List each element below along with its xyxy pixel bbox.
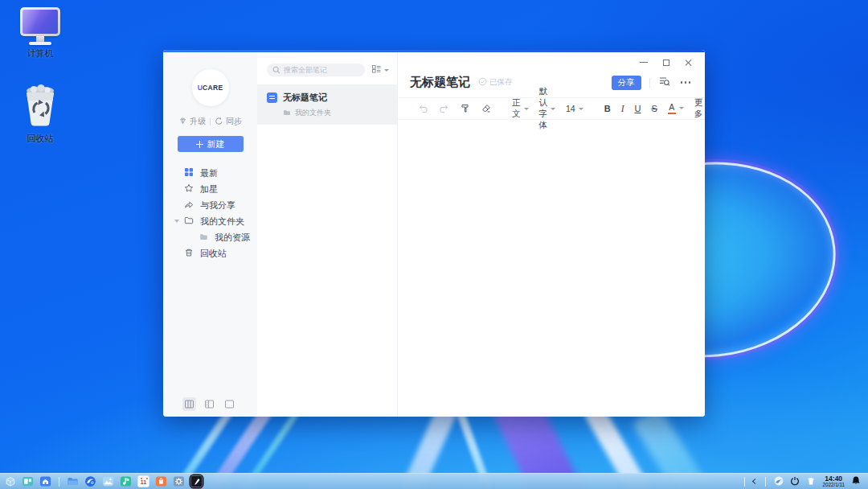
strikethrough-button[interactable]: S (651, 104, 657, 113)
underline-button[interactable]: U (634, 104, 641, 113)
sidebar-item-label: 与我分享 (200, 199, 235, 212)
expand-caret-icon[interactable] (174, 220, 179, 223)
share-label: 分享 (618, 77, 635, 88)
desktop-icon-computer[interactable]: 计算机 (7, 7, 73, 60)
app-store-icon[interactable] (155, 475, 167, 487)
divider (59, 477, 59, 487)
star-icon (184, 183, 194, 195)
more-tools-label: 更多 (694, 97, 703, 120)
sidebar-item-my-resources[interactable]: 我的资源 (163, 229, 257, 245)
chevron-down-icon (551, 108, 555, 110)
sync-label: 同步 (226, 116, 242, 127)
clear-format-button[interactable] (481, 103, 491, 115)
sidebar-item-my-folders[interactable]: 我的文件夹 (163, 213, 257, 229)
editor-toolbar: 正文 默认字体 14 B I U S (398, 97, 705, 120)
paragraph-style-select[interactable]: 正文 (512, 97, 529, 120)
note-list-pane: 无标题笔记 我的文件夹 (257, 52, 398, 417)
share-button[interactable]: 分享 (612, 76, 641, 90)
minimize-icon (640, 62, 648, 63)
file-manager-icon[interactable] (67, 475, 79, 487)
format-painter-button[interactable] (460, 103, 470, 115)
divider (649, 78, 650, 88)
sidebar-item-label: 我的资源 (215, 232, 250, 244)
calendar-icon[interactable]: 11 (137, 475, 149, 487)
clock-date: 2022/1/11 (822, 483, 845, 488)
editor-pane: 无标题笔记 已保存 分享 (398, 52, 705, 417)
note-folder: 我的文件夹 (295, 108, 331, 118)
undo-button[interactable] (418, 103, 428, 115)
save-status-label: 已保存 (489, 77, 513, 88)
chevron-down-icon (579, 108, 583, 110)
desktop-icon-recycle-bin[interactable]: 回收站 (7, 84, 73, 145)
view-mode-toggle[interactable] (371, 63, 389, 77)
layout-three-pane-button[interactable] (182, 397, 196, 411)
sidebar-menu: 最新 加星 与我分享 (163, 165, 257, 261)
layout-single-pane-button[interactable] (223, 397, 236, 411)
close-button[interactable] (678, 54, 700, 72)
notes-app-window: UCARE 升级 同步 (163, 50, 705, 417)
tray-trash-icon[interactable] (806, 475, 816, 489)
font-color-select[interactable]: A (668, 103, 684, 114)
search-box[interactable] (267, 64, 365, 76)
find-in-note-button[interactable] (658, 76, 670, 90)
settings-icon[interactable] (173, 475, 185, 487)
sidebar-item-latest[interactable]: 最新 (163, 165, 257, 181)
new-note-button[interactable]: 新建 (178, 136, 244, 152)
font-color-icon: A (668, 103, 676, 114)
more-menu-button[interactable] (681, 81, 691, 84)
recycle-bin-icon (21, 84, 59, 130)
gallery-icon[interactable] (102, 475, 114, 487)
redo-button[interactable] (439, 103, 449, 115)
note-content-area[interactable] (398, 120, 705, 417)
more-tools-select[interactable]: 更多 (694, 97, 705, 120)
note-list-item[interactable]: 无标题笔记 我的文件夹 (257, 84, 397, 125)
browser-icon[interactable] (84, 475, 96, 487)
notification-bell-icon[interactable] (851, 475, 861, 489)
power-icon[interactable] (790, 475, 800, 489)
search-input[interactable] (284, 66, 359, 74)
note-doc-icon (267, 92, 277, 103)
folder-icon (283, 109, 291, 118)
bold-button[interactable]: B (604, 104, 611, 113)
sidebar: UCARE 升级 同步 (163, 52, 257, 417)
sidebar-item-trash[interactable]: 回收站 (163, 245, 257, 261)
sync-button[interactable]: 同步 (215, 116, 242, 127)
notes-app-icon[interactable] (190, 475, 203, 487)
launcher-icon[interactable] (4, 475, 16, 487)
save-status: 已保存 (478, 77, 513, 88)
home-icon[interactable] (39, 475, 51, 487)
diamond-icon (178, 117, 187, 127)
layout-switcher (182, 397, 236, 411)
sidebar-item-starred[interactable]: 加星 (163, 181, 257, 197)
plus-icon (196, 141, 203, 148)
music-icon[interactable] (120, 475, 132, 487)
minimize-button[interactable] (633, 54, 655, 72)
multitask-view-icon[interactable] (22, 475, 34, 487)
desktop-icon-label: 回收站 (27, 133, 54, 145)
desktop: 计算机 回收站 UCARE (0, 0, 868, 489)
layout-two-pane-button[interactable] (203, 397, 216, 411)
window-controls (398, 52, 705, 72)
chevron-down-icon (384, 69, 389, 72)
app-logo: UCARE (192, 69, 229, 106)
upgrade-button[interactable]: 升级 (178, 116, 206, 127)
share-arrow-icon (184, 199, 194, 211)
tray-globe-icon[interactable] (774, 475, 784, 489)
grid-icon (184, 167, 194, 179)
search-icon (272, 63, 280, 77)
view-mode-icon (371, 63, 382, 77)
note-title[interactable]: 无标题笔记 (410, 75, 470, 90)
taskbar: 11 14:40 (0, 473, 868, 489)
upgrade-label: 升级 (190, 116, 206, 127)
maximize-button[interactable] (655, 54, 678, 72)
trash-icon (184, 248, 194, 259)
sidebar-item-label: 加星 (200, 183, 218, 195)
font-size-select[interactable]: 14 (566, 104, 583, 113)
sidebar-item-shared[interactable]: 与我分享 (163, 197, 257, 213)
tray-collapse-chevron-icon[interactable] (752, 479, 758, 484)
sidebar-item-label: 我的文件夹 (200, 216, 244, 228)
italic-button[interactable]: I (621, 104, 624, 113)
sidebar-item-label: 回收站 (200, 248, 227, 260)
clock[interactable]: 14:40 2022/1/11 (822, 475, 845, 488)
maximize-icon (663, 60, 669, 66)
